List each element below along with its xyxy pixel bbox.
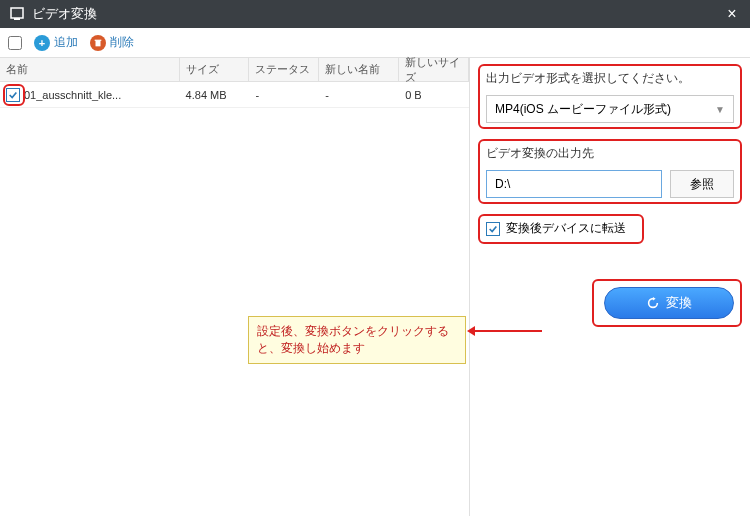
svg-rect-2: [96, 40, 101, 46]
browse-button[interactable]: 参照: [670, 170, 734, 198]
convert-section: 変換: [486, 287, 734, 319]
svg-rect-3: [95, 39, 102, 40]
callout-tip: 設定後、変換ボタンをクリックすると、変換し始めます: [248, 316, 466, 364]
select-all-checkbox[interactable]: [8, 36, 22, 50]
col-name: 名前: [0, 58, 180, 81]
row-status: -: [249, 89, 319, 101]
transfer-section: 変換後デバイスに転送: [486, 220, 734, 237]
convert-button[interactable]: 変換: [604, 287, 734, 319]
col-newsize: 新しいサイズ: [399, 58, 469, 81]
app-icon: [8, 5, 26, 23]
trash-icon: [90, 35, 106, 51]
close-button[interactable]: ×: [722, 5, 742, 23]
output-path-input[interactable]: [486, 170, 662, 198]
row-newname: -: [319, 89, 399, 101]
output-label: ビデオ変換の出力先: [486, 145, 734, 162]
row-newsize: 0 B: [399, 89, 469, 101]
col-status: ステータス: [249, 58, 319, 81]
arrow-annotation: [470, 330, 542, 332]
svg-rect-0: [11, 8, 23, 18]
refresh-icon: [646, 296, 660, 310]
convert-label: 変換: [666, 294, 692, 312]
delete-label: 削除: [110, 34, 134, 51]
transfer-checkbox[interactable]: [486, 222, 500, 236]
add-button[interactable]: + 追加: [34, 34, 78, 51]
col-newname: 新しい名前: [319, 58, 399, 81]
row-checkbox[interactable]: [6, 88, 20, 102]
delete-button[interactable]: 削除: [90, 34, 134, 51]
titlebar: ビデオ変換 ×: [0, 0, 750, 28]
format-section: 出力ビデオ形式を選択してください。 MP4(iOS ムービーファイル形式) ▼: [486, 70, 734, 123]
toolbar: + 追加 削除: [0, 28, 750, 58]
format-label: 出力ビデオ形式を選択してください。: [486, 70, 734, 87]
window-title: ビデオ変換: [32, 5, 722, 23]
svg-rect-1: [14, 18, 20, 20]
output-section: ビデオ変換の出力先 参照: [486, 145, 734, 198]
add-label: 追加: [54, 34, 78, 51]
settings-panel: 出力ビデオ形式を選択してください。 MP4(iOS ムービーファイル形式) ▼ …: [470, 58, 750, 516]
file-list-panel: 名前 サイズ ステータス 新しい名前 新しいサイズ 01_ausschnitt_…: [0, 58, 470, 516]
main: 名前 サイズ ステータス 新しい名前 新しいサイズ 01_ausschnitt_…: [0, 58, 750, 516]
col-size: サイズ: [180, 58, 250, 81]
table-header: 名前 サイズ ステータス 新しい名前 新しいサイズ: [0, 58, 469, 82]
row-size: 4.84 MB: [180, 89, 250, 101]
chevron-down-icon: ▼: [715, 104, 725, 115]
format-select[interactable]: MP4(iOS ムービーファイル形式) ▼: [486, 95, 734, 123]
row-name: 01_ausschnitt_kle...: [24, 89, 121, 101]
plus-icon: +: [34, 35, 50, 51]
transfer-label: 変換後デバイスに転送: [506, 220, 626, 237]
format-value: MP4(iOS ムービーファイル形式): [495, 101, 671, 118]
table-row[interactable]: 01_ausschnitt_kle... 4.84 MB - - 0 B: [0, 82, 469, 108]
